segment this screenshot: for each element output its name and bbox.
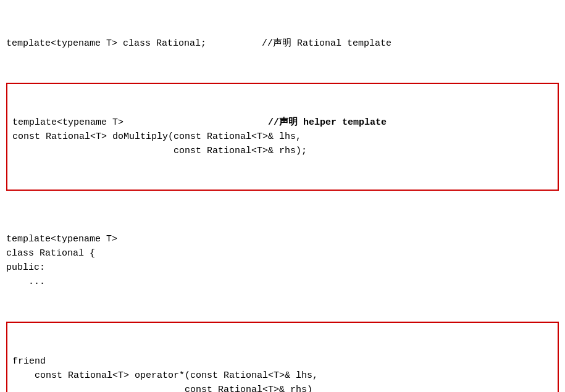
line: friend xyxy=(12,354,553,369)
line: template<typename T> class Rational; //声… xyxy=(6,36,559,51)
line: template<typename T> //声明 helper templat… xyxy=(12,115,553,130)
section2-pre: template<typename T>class Rational {publ… xyxy=(6,201,559,320)
section2-box: friend const Rational<T> operator*(const… xyxy=(6,322,559,392)
line: ... xyxy=(6,275,559,289)
line: public: xyxy=(6,261,559,275)
line: const Rational<T> operator*(const Ration… xyxy=(12,369,553,383)
line: template<typename T> xyxy=(6,232,559,246)
section1-pre: template<typename T> class Rational; //声… xyxy=(6,5,559,81)
section1-box: template<typename T> //声明 helper templat… xyxy=(6,83,559,191)
line: const Rational<T>& rhs); xyxy=(12,144,553,158)
line: class Rational { xyxy=(6,246,559,261)
line: const Rational<T> doMultiply(const Ratio… xyxy=(12,130,553,144)
line: const Rational<T>& rhs) xyxy=(12,383,553,392)
comment: //声明 helper template xyxy=(268,117,387,128)
code-container: template<typename T> class Rational; //声… xyxy=(6,5,559,392)
comment: //声明 Rational template xyxy=(262,38,391,49)
